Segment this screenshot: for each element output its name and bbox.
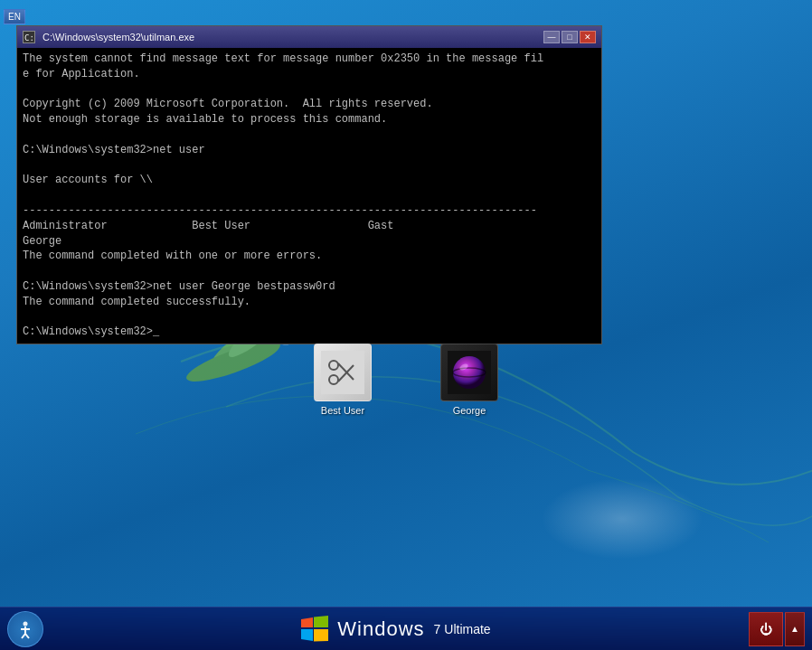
- windows-branding: Windows 7 Ultimate: [301, 616, 490, 643]
- desktop-icons-container: Best User: [307, 344, 505, 416]
- george-icon-label: George: [453, 405, 486, 416]
- power-buttons-group: ⏻ ▲: [749, 612, 805, 646]
- cmd-window: C: C:\Windows\system32\utilman.exe — □ ✕…: [16, 25, 602, 344]
- light-reflection: [541, 478, 703, 560]
- close-button[interactable]: ✕: [580, 31, 596, 43]
- bestuser-icon-image: [314, 344, 372, 401]
- cmd-icon: C:: [23, 31, 35, 43]
- desktop-icon-bestuser[interactable]: Best User: [307, 344, 379, 416]
- desktop: EN C: C:\Windows\s: [0, 0, 812, 650]
- svg-line-21: [25, 634, 29, 638]
- george-icon-image: [440, 344, 498, 401]
- windows-logo-icon: [301, 616, 328, 643]
- cmd-titlebar: C: C:\Windows\system32\utilman.exe — □ ✕: [17, 26, 601, 48]
- ease-of-access-icon: [15, 619, 35, 639]
- bestuser-icon-label: Best User: [321, 405, 364, 416]
- cmd-output: The system cannot find message text for …: [17, 48, 601, 344]
- windows-edition: 7 Ultimate: [434, 622, 491, 636]
- svg-point-14: [453, 356, 486, 389]
- minimize-button[interactable]: —: [543, 31, 560, 43]
- svg-text:C:: C:: [24, 33, 34, 42]
- windows-wordmark: Windows: [337, 617, 424, 641]
- login-taskbar: Windows 7 Ultimate ⏻ ▲: [0, 607, 812, 650]
- cmd-window-controls: — □ ✕: [543, 31, 596, 43]
- power-options-button[interactable]: ▲: [785, 612, 805, 646]
- cmd-title: C:\Windows\system32\utilman.exe: [42, 32, 540, 42]
- ease-of-access-button[interactable]: [7, 611, 43, 647]
- svg-rect-8: [321, 351, 364, 394]
- power-button[interactable]: ⏻: [749, 612, 783, 646]
- maximize-button[interactable]: □: [562, 31, 578, 43]
- language-indicator: EN: [4, 9, 25, 24]
- desktop-icon-george[interactable]: George: [433, 344, 505, 416]
- svg-point-17: [24, 621, 28, 626]
